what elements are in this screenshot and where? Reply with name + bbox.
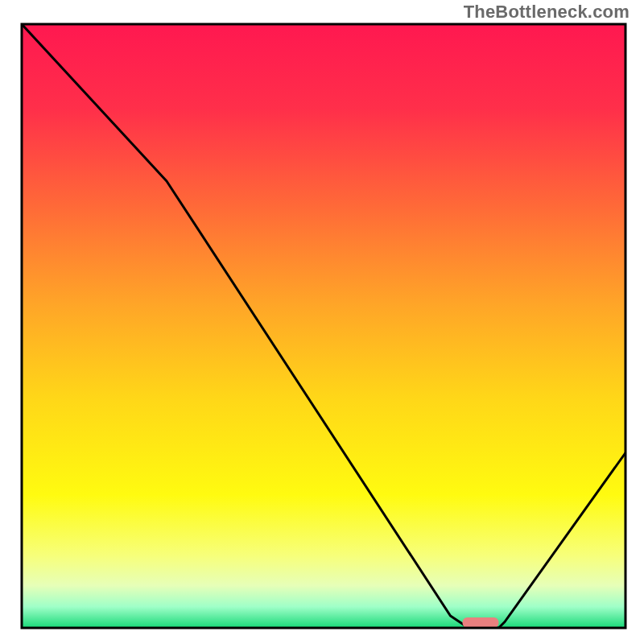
chart-container: TheBottleneck.com	[0, 0, 644, 644]
watermark-label: TheBottleneck.com	[464, 2, 630, 23]
optimal-range-marker	[463, 617, 499, 628]
gradient-background	[22, 24, 625, 628]
bottleneck-chart	[0, 0, 644, 644]
